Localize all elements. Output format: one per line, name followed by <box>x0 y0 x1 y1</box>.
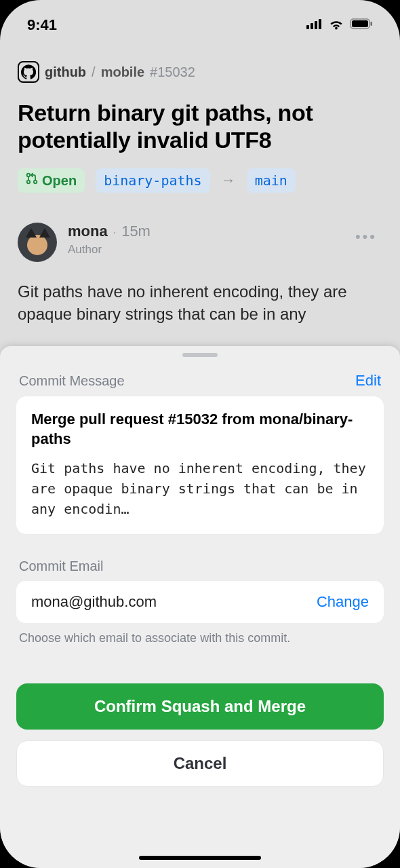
arrow-right-icon: → <box>221 172 236 189</box>
status-icons <box>306 18 373 33</box>
breadcrumb-separator: / <box>92 64 96 80</box>
avatar[interactable] <box>18 223 57 262</box>
git-pull-request-icon <box>26 171 38 190</box>
merge-bottom-sheet: Commit Message Edit Merge pull request #… <box>0 346 400 868</box>
cancel-button[interactable]: Cancel <box>16 740 384 787</box>
breadcrumb-issue-number: #15032 <box>150 64 195 80</box>
sheet-grabber[interactable] <box>182 353 218 357</box>
status-time: 9:41 <box>27 16 57 34</box>
comment-header: mona · 15m Author ••• <box>18 223 382 262</box>
cellular-icon <box>306 18 323 32</box>
status-bar: 9:41 <box>0 0 400 41</box>
commit-message-card[interactable]: Merge pull request #15032 from mona/bina… <box>16 396 384 534</box>
email-help-text: Choose which email to associate with thi… <box>16 631 384 645</box>
commit-title: Merge pull request #15032 from mona/bina… <box>31 410 369 449</box>
commit-message-label: Commit Message <box>19 373 125 389</box>
pr-title: Return binary git paths, not potentially… <box>18 99 382 153</box>
breadcrumb-repo[interactable]: mobile <box>101 64 144 80</box>
comment-body: Git paths have no inherent encoding, the… <box>18 281 382 325</box>
home-indicator[interactable] <box>139 856 261 860</box>
source-branch-chip[interactable]: binary-paths <box>96 168 210 193</box>
pr-state-label: Open <box>42 171 77 190</box>
edit-commit-message-button[interactable]: Edit <box>355 372 381 390</box>
page-content: github / mobile #15032 Return binary git… <box>0 41 400 325</box>
svg-rect-6 <box>371 22 373 26</box>
more-options-icon[interactable]: ••• <box>350 223 382 251</box>
author-badge: Author <box>68 243 350 257</box>
confirm-merge-button[interactable]: Confirm Squash and Merge <box>16 683 384 730</box>
comment-time: 15m <box>121 223 151 240</box>
commit-email-value: mona@github.com <box>31 593 157 611</box>
svg-rect-2 <box>315 21 317 29</box>
svg-rect-0 <box>306 25 309 29</box>
pr-meta-row: Open binary-paths → main <box>18 168 382 193</box>
commit-body: Git paths have no inherent encoding, the… <box>31 458 369 519</box>
svg-rect-5 <box>352 20 368 27</box>
comment-author[interactable]: mona <box>68 223 108 240</box>
battery-icon <box>350 18 373 32</box>
change-email-button[interactable]: Change <box>317 593 369 611</box>
wifi-icon <box>328 18 344 33</box>
pr-state-badge: Open <box>18 168 85 193</box>
commit-email-label: Commit Email <box>19 559 103 574</box>
target-branch-chip[interactable]: main <box>247 168 296 193</box>
svg-rect-3 <box>319 19 321 29</box>
github-logo-icon <box>18 61 39 83</box>
device-frame: 9:41 github / mobile #15032 Return binar… <box>0 0 400 868</box>
breadcrumb-org[interactable]: github <box>45 64 86 80</box>
breadcrumb[interactable]: github / mobile #15032 <box>18 61 382 83</box>
commit-email-card[interactable]: mona@github.com Change <box>16 581 384 623</box>
svg-rect-1 <box>311 23 313 29</box>
dot-separator: · <box>113 227 116 239</box>
